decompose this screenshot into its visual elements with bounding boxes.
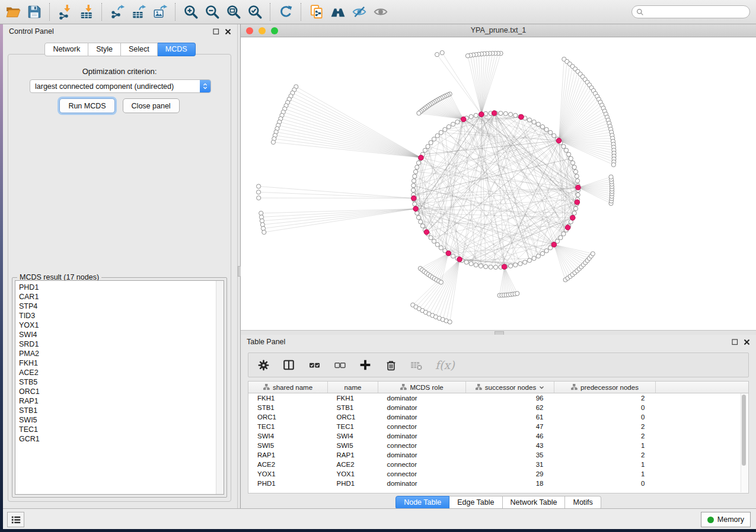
- tab-network-table[interactable]: Network Table: [503, 496, 566, 509]
- cell-shared-name[interactable]: STB1: [248, 403, 328, 412]
- show-panels-list-button[interactable]: [7, 512, 24, 527]
- network-node[interactable]: [416, 216, 420, 220]
- close-panel-icon[interactable]: [225, 28, 231, 35]
- cell-shared-name[interactable]: ACE2: [248, 460, 328, 469]
- cell-predecessor-nodes[interactable]: 0: [554, 412, 656, 422]
- network-node[interactable]: [559, 236, 563, 240]
- float-panel-icon[interactable]: [732, 339, 738, 345]
- search-input[interactable]: [644, 7, 749, 17]
- network-node[interactable]: [575, 174, 579, 178]
- mcds-node[interactable]: [419, 155, 424, 161]
- cell-mcds-role[interactable]: dominator: [378, 412, 466, 422]
- memory-button[interactable]: Memory: [701, 512, 751, 527]
- mcds-result-item[interactable]: ORC1: [19, 387, 215, 396]
- mcds-result-item[interactable]: PMA2: [19, 349, 215, 358]
- network-node[interactable]: [499, 111, 503, 116]
- export-network-button[interactable]: [107, 2, 128, 22]
- tab-style[interactable]: Style: [88, 43, 121, 56]
- mcds-node[interactable]: [446, 251, 451, 256]
- column-header-MCDS-role[interactable]: MCDS role: [378, 382, 466, 393]
- network-node[interactable]: [423, 148, 427, 152]
- network-node[interactable]: [432, 239, 436, 243]
- table-scrollbar-thumb[interactable]: [742, 395, 746, 466]
- zoom-fit-button[interactable]: [223, 2, 244, 22]
- mcds-node[interactable]: [479, 112, 484, 117]
- network-node[interactable]: [443, 127, 447, 132]
- network-node[interactable]: [262, 230, 266, 234]
- cell-shared-name[interactable]: RAP1: [248, 450, 328, 460]
- column-header-name[interactable]: name: [328, 382, 378, 393]
- maximize-window-traffic-light[interactable]: [271, 27, 278, 34]
- cell-successor-nodes[interactable]: 61: [466, 412, 554, 422]
- tab-network[interactable]: Network: [44, 43, 88, 56]
- cell-shared-name[interactable]: PHD1: [248, 479, 328, 488]
- network-node[interactable]: [527, 118, 531, 122]
- mcds-list-scrollbar[interactable]: [216, 281, 224, 494]
- cell-predecessor-nodes[interactable]: 0: [554, 479, 656, 488]
- cell-successor-nodes[interactable]: 29: [466, 469, 554, 479]
- mcds-result-item[interactable]: STB1: [19, 406, 215, 415]
- network-node[interactable]: [536, 254, 540, 258]
- cell-shared-name[interactable]: TEC1: [248, 422, 328, 431]
- network-node[interactable]: [540, 251, 544, 255]
- close-panel-icon[interactable]: [744, 339, 750, 345]
- import-table-button[interactable]: [76, 2, 97, 22]
- network-node[interactable]: [420, 224, 425, 228]
- network-node[interactable]: [544, 249, 548, 253]
- cell-name[interactable]: FKH1: [328, 393, 378, 403]
- cell-predecessor-nodes[interactable]: 1: [554, 441, 656, 450]
- network-node[interactable]: [413, 174, 417, 178]
- network-node[interactable]: [518, 262, 522, 266]
- network-node[interactable]: [435, 134, 439, 138]
- mcds-result-item[interactable]: GCR1: [19, 434, 215, 444]
- network-node[interactable]: [489, 265, 493, 269]
- tab-node-table[interactable]: Node Table: [395, 496, 449, 509]
- network-node[interactable]: [469, 262, 473, 266]
- network-node[interactable]: [439, 130, 443, 134]
- cell-mcds-role[interactable]: connector: [378, 469, 466, 479]
- mcds-node[interactable]: [556, 138, 562, 143]
- network-node[interactable]: [426, 145, 430, 149]
- network-node[interactable]: [474, 113, 478, 117]
- network-node[interactable]: [562, 232, 566, 236]
- table-row[interactable]: RAP1RAP1dominator352: [248, 450, 748, 460]
- network-node[interactable]: [412, 179, 416, 183]
- network-node[interactable]: [532, 120, 536, 124]
- mcds-result-item[interactable]: PHD1: [19, 283, 215, 292]
- network-node[interactable]: [432, 137, 436, 141]
- zoom-selected-button[interactable]: [244, 2, 266, 22]
- table-row[interactable]: ORC1ORC1dominator610: [248, 412, 748, 422]
- network-node[interactable]: [567, 152, 571, 156]
- cell-predecessor-nodes[interactable]: 2: [554, 393, 656, 403]
- cell-shared-name[interactable]: FKH1: [248, 393, 328, 403]
- cell-successor-nodes[interactable]: 96: [466, 393, 554, 403]
- network-node[interactable]: [429, 140, 433, 145]
- mcds-node[interactable]: [551, 242, 557, 248]
- mcds-node[interactable]: [492, 111, 497, 116]
- mcds-result-item[interactable]: TID3: [19, 311, 215, 321]
- network-node[interactable]: [564, 148, 568, 152]
- cell-mcds-role[interactable]: connector: [378, 422, 466, 431]
- column-header-shared-name[interactable]: shared name: [248, 382, 328, 393]
- network-node[interactable]: [451, 122, 455, 126]
- delete-columns-button[interactable]: [384, 358, 397, 371]
- network-node[interactable]: [523, 260, 527, 264]
- network-node[interactable]: [439, 246, 443, 250]
- network-node[interactable]: [256, 190, 260, 194]
- mcds-result-item[interactable]: STB5: [19, 377, 215, 387]
- network-node[interactable]: [609, 175, 613, 179]
- network-node[interactable]: [464, 260, 468, 264]
- cell-mcds-role[interactable]: connector: [378, 460, 466, 469]
- cell-successor-nodes[interactable]: 18: [466, 479, 554, 488]
- network-node[interactable]: [479, 264, 483, 268]
- network-node[interactable]: [435, 53, 439, 57]
- cell-name[interactable]: STB1: [328, 403, 378, 412]
- cell-successor-nodes[interactable]: 35: [466, 450, 554, 460]
- float-panel-icon[interactable]: [213, 28, 219, 35]
- cell-predecessor-nodes[interactable]: 1: [554, 460, 656, 469]
- show-columns-button[interactable]: [282, 358, 295, 371]
- table-row[interactable]: PHD1PHD1dominator180: [248, 479, 748, 488]
- network-node[interactable]: [527, 258, 531, 262]
- mcds-result-item[interactable]: RAP1: [19, 396, 215, 406]
- table-scrollbar[interactable]: [741, 393, 748, 492]
